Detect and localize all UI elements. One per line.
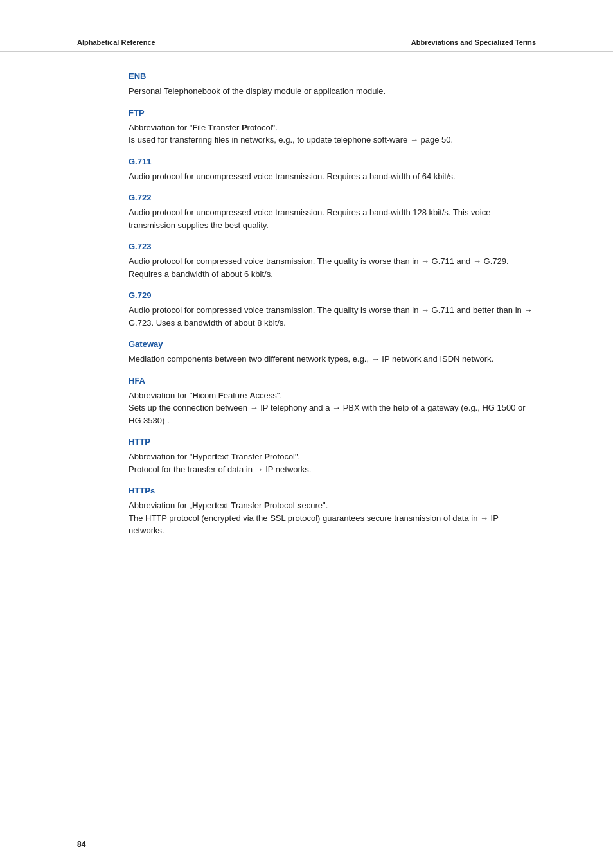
mixed-segment: ransfer <box>236 500 264 510</box>
entry-body-g729: Audio protocol for compressed voice tran… <box>129 304 536 329</box>
body-text: Is used for transferring files in networ… <box>129 135 453 145</box>
entry-enb: ENBPersonal Telephonebook of the display… <box>129 71 536 98</box>
mixed-segment: rotocol". <box>270 452 300 461</box>
body-text: Mediation components between two differe… <box>129 354 493 364</box>
entry-title-ftp: FTP <box>129 108 536 118</box>
body-text: The HTTP protocol (encrypted via the SSL… <box>129 513 499 536</box>
body-text: Audio protocol for compressed voice tran… <box>129 305 532 328</box>
mixed-segment: Abbreviation for „ <box>129 500 192 510</box>
body-mixed: Abbreviation for „Hypertext Transfer Pro… <box>129 500 328 510</box>
body-text: Audio protocol for uncompressed voice tr… <box>129 208 490 230</box>
mixed-segment: ccess". <box>256 391 282 400</box>
mixed-segment: Abbreviation for " <box>129 452 192 461</box>
body-text: Audio protocol for uncompressed voice tr… <box>129 172 456 181</box>
mixed-segment: H <box>192 500 198 510</box>
entry-g723: G.723Audio protocol for compressed voice… <box>129 242 536 280</box>
body-text: Protocol for the transfer of data in → I… <box>129 465 311 474</box>
main-content: ENBPersonal Telephonebook of the display… <box>0 52 613 573</box>
page-number: 84 <box>77 840 85 849</box>
mixed-segment: s <box>297 500 301 510</box>
entry-hfa: HFAAbbreviation for "Hicom Feature Acces… <box>129 376 536 427</box>
entry-body-g711: Audio protocol for uncompressed voice tr… <box>129 170 536 183</box>
entry-g711: G.711Audio protocol for uncompressed voi… <box>129 157 536 183</box>
body-mixed: Abbreviation for "Hicom Feature Access". <box>129 391 282 400</box>
mixed-segment: ile <box>197 123 208 132</box>
entry-body-gateway: Mediation components between two differe… <box>129 353 536 366</box>
mixed-segment: Abbreviation for " <box>129 123 192 132</box>
entry-gateway: GatewayMediation components between two … <box>129 339 536 366</box>
mixed-segment: P <box>264 452 270 461</box>
mixed-segment: T <box>231 500 236 510</box>
entry-g722: G.722Audio protocol for uncompressed voi… <box>129 193 536 231</box>
mixed-segment: ext <box>217 452 231 461</box>
entry-title-enb: ENB <box>129 71 536 81</box>
entry-body-g722: Audio protocol for uncompressed voice tr… <box>129 206 536 231</box>
entry-ftp: FTPAbbreviation for "File Transfer Proto… <box>129 108 536 146</box>
entry-body-ftp: Abbreviation for "File Transfer Protocol… <box>129 121 536 146</box>
mixed-segment: yper <box>198 500 214 510</box>
mixed-segment: T <box>208 123 213 132</box>
mixed-segment: H <box>192 452 198 461</box>
mixed-segment: yper <box>199 452 215 461</box>
mixed-segment: Abbreviation for " <box>129 391 192 400</box>
entry-body-enb: Personal Telephonebook of the display mo… <box>129 85 536 98</box>
body-mixed: Abbreviation for "Hypertext Transfer Pro… <box>129 452 300 461</box>
entry-body-g723: Audio protocol for compressed voice tran… <box>129 255 536 280</box>
entry-body-http: Abbreviation for "Hypertext Transfer Pro… <box>129 450 536 475</box>
mixed-segment: A <box>249 391 255 400</box>
entry-https: HTTPsAbbreviation for „Hypertext Transfe… <box>129 486 536 537</box>
entry-title-gateway: Gateway <box>129 339 536 349</box>
entry-g729: G.729Audio protocol for compressed voice… <box>129 290 536 329</box>
body-mixed: Abbreviation for "File Transfer Protocol… <box>129 123 278 132</box>
mixed-segment: P <box>242 123 247 132</box>
entry-title-g711: G.711 <box>129 157 536 166</box>
mixed-segment: icom <box>199 391 218 400</box>
mixed-segment: eature <box>224 391 249 400</box>
entry-http: HTTPAbbreviation for "Hypertext Transfer… <box>129 437 536 475</box>
mixed-segment: ecure". <box>302 500 328 510</box>
body-text: Audio protocol for compressed voice tran… <box>129 256 509 279</box>
mixed-segment: ransfer <box>213 123 242 132</box>
entry-title-hfa: HFA <box>129 376 536 385</box>
entry-title-https: HTTPs <box>129 486 536 495</box>
mixed-segment: rotocol <box>270 500 298 510</box>
entry-body-https: Abbreviation for „Hypertext Transfer Pro… <box>129 499 536 537</box>
entry-title-g729: G.729 <box>129 290 536 300</box>
header-right: Abbreviations and Specialized Terms <box>411 39 536 46</box>
mixed-segment: P <box>264 500 270 510</box>
entry-title-g723: G.723 <box>129 242 536 251</box>
entry-title-g722: G.722 <box>129 193 536 202</box>
page: Alphabetical Reference Abbreviations and… <box>0 0 613 868</box>
header-left: Alphabetical Reference <box>77 39 155 46</box>
page-footer: 84 <box>77 840 85 849</box>
entry-title-http: HTTP <box>129 437 536 447</box>
entry-body-hfa: Abbreviation for "Hicom Feature Access".… <box>129 389 536 427</box>
mixed-segment: ext <box>217 500 231 510</box>
body-text: Personal Telephonebook of the display mo… <box>129 86 386 96</box>
mixed-segment: F <box>218 391 224 400</box>
page-header: Alphabetical Reference Abbreviations and… <box>0 0 613 52</box>
mixed-segment: ransfer <box>236 452 264 461</box>
body-text: Sets up the connection between → IP tele… <box>129 403 526 425</box>
mixed-segment: H <box>192 391 198 400</box>
mixed-segment: rotocol". <box>247 123 278 132</box>
